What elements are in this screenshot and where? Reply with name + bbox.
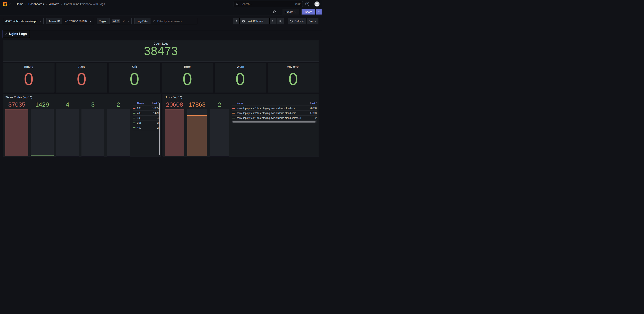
bar-fill xyxy=(210,156,229,156)
legend-color-pill xyxy=(133,123,136,123)
row-header-nginx-logs[interactable]: Nginx Logs xyxy=(2,30,30,38)
legend-series-value: 20608 xyxy=(310,107,317,110)
legend-color-pill xyxy=(133,108,136,109)
legend-scrollbar[interactable] xyxy=(159,103,160,155)
legend-value-header[interactable]: Last * xyxy=(310,102,317,105)
grafana-logo-icon[interactable] xyxy=(2,1,8,7)
legend-name-header[interactable]: Name xyxy=(137,102,144,105)
legend-series-name[interactable]: 200 xyxy=(137,107,150,110)
breadcrumb-separator: › xyxy=(26,2,26,5)
breadcrumb-separator: › xyxy=(61,2,62,5)
panel-title[interactable]: Warn xyxy=(237,65,244,68)
share-button[interactable]: Share xyxy=(302,9,316,15)
search-placeholder: Search... xyxy=(240,2,294,6)
panel-title[interactable]: Error xyxy=(184,65,191,68)
legend-series-name[interactable]: www.deploy-test-1.test.staging.aws.walla… xyxy=(237,107,308,110)
favorite-star-icon[interactable] xyxy=(272,10,276,14)
breadcrumb-home[interactable]: Home xyxy=(16,2,23,6)
legend-header: NameLast * xyxy=(232,101,317,106)
region-dropdown[interactable]: Region All x ✕ xyxy=(96,18,132,24)
panel-title[interactable]: Status Codes (top 10) xyxy=(5,96,159,99)
top-nav: Home › Dashboards › Wallarm › Portal Inl… xyxy=(0,0,322,8)
refresh-button[interactable]: Refresh xyxy=(288,18,307,24)
bar-column: 4 xyxy=(56,101,79,156)
legend-color-pill xyxy=(232,118,235,118)
stat-panels-row: Emerg0Alert0Crit0Error0Warn0Any error0 xyxy=(3,63,319,92)
legend-value-header[interactable]: Last * xyxy=(152,102,159,105)
app-variable-dropdown[interactable]: d0001ainboxatestmailaapp xyxy=(3,18,44,24)
panel-title[interactable]: Hosts (top 10) xyxy=(165,96,317,99)
legend-color-pill xyxy=(232,108,235,109)
bar-column: 37035 xyxy=(5,101,28,156)
bar-track xyxy=(107,109,130,156)
panel-title[interactable]: Alert xyxy=(78,65,85,68)
region-clear-icon[interactable]: ✕ xyxy=(122,20,125,23)
time-range-picker-button[interactable]: Last 12 hours xyxy=(240,18,270,24)
stat-panel-alert: Alert0 xyxy=(56,63,108,92)
user-avatar[interactable] xyxy=(314,1,320,6)
legend-color-pill xyxy=(133,127,136,128)
hosts-panel: Hosts (top 10) 20608178632 NameLast *www… xyxy=(162,94,319,156)
stat-panel-emerg: Emerg0 xyxy=(3,63,54,92)
divider xyxy=(312,2,312,6)
tenant-id-label: Tenant ID xyxy=(46,18,62,24)
refresh-interval-dropdown[interactable]: 5m xyxy=(306,18,319,24)
legend-series-name[interactable]: www.deploy-test-1.test.staging.aws.walla… xyxy=(237,117,314,119)
bar-column: 3 xyxy=(82,101,104,156)
legend-horizontal-scrollbar[interactable] xyxy=(232,121,317,123)
stat-value: 0 xyxy=(77,70,86,87)
chevron-down-icon[interactable] xyxy=(8,3,11,5)
chevron-down-icon xyxy=(265,20,267,22)
legend-series-name[interactable]: 400 xyxy=(137,126,156,129)
stat-value: 0 xyxy=(182,70,192,87)
export-button[interactable]: Export xyxy=(282,9,299,15)
legend-series-value: 4 xyxy=(157,117,159,119)
section-title: Nginx Logs xyxy=(9,32,27,36)
legend-color-pill xyxy=(133,113,136,113)
logs-filter-input[interactable]: Filter by label values xyxy=(150,18,197,24)
time-zoom-out-button[interactable] xyxy=(276,18,284,24)
search-input[interactable]: Search... ⌘+k xyxy=(234,1,303,7)
refresh-icon xyxy=(290,20,293,23)
legend-name-header[interactable]: Name xyxy=(237,102,244,105)
breadcrumb-dashboards[interactable]: Dashboards xyxy=(28,2,44,6)
chevron-down-icon xyxy=(4,33,7,35)
legend-color-pill xyxy=(133,118,136,118)
scrollbar-thumb[interactable] xyxy=(232,121,316,123)
breadcrumb: Home › Dashboards › Wallarm › Portal Inl… xyxy=(16,2,105,6)
dashboard-grid: Count Logs 38473 Emerg0Alert0Crit0Error0… xyxy=(0,40,322,156)
bar-track xyxy=(187,109,207,156)
tenant-id-dropdown[interactable]: Tenant ID st-107263-1581634 xyxy=(46,18,94,24)
bar-chart: 20608178632 xyxy=(165,101,229,156)
grafana-logo-menu[interactable] xyxy=(2,1,11,7)
legend-series-name[interactable]: www.deploy-test-2.test.staging.aws.walla… xyxy=(237,112,308,115)
region-chip-remove-icon[interactable]: x xyxy=(117,20,118,22)
stat-panel-error: Error0 xyxy=(162,63,213,92)
panel-title[interactable]: Crit xyxy=(132,65,137,68)
dashboard-filter-bar: d0001ainboxatestmailaapp Tenant ID st-10… xyxy=(0,16,322,26)
breadcrumb-current-page: Portal Inline Overview with Logs xyxy=(64,2,105,6)
panel-title[interactable]: Any error xyxy=(287,65,300,68)
bar-column: 1429 xyxy=(31,101,54,156)
breadcrumb-separator: › xyxy=(46,2,47,5)
help-icon[interactable]: ? xyxy=(305,2,309,6)
logs-filter-label: LogsFilter xyxy=(134,18,150,24)
legend-table: NameLast *www.deploy-test-1.test.staging… xyxy=(232,101,317,156)
dashboard-actions-bar: Export Share xyxy=(0,8,322,16)
share-dropdown-button[interactable] xyxy=(316,9,322,15)
bar-track xyxy=(210,109,229,156)
region-chip[interactable]: All x xyxy=(112,19,120,23)
legend-series-name[interactable]: 301 xyxy=(137,121,156,124)
bar-track xyxy=(56,109,79,156)
legend-series-name[interactable]: 499 xyxy=(137,117,156,119)
legend-row: 4031429 xyxy=(133,111,159,116)
legend-series-name[interactable]: 403 xyxy=(137,112,152,115)
app-variable-value: d0001ainboxatestmailaapp xyxy=(5,20,37,23)
stat-panel-crit: Crit0 xyxy=(109,63,160,92)
time-shift-back-button[interactable] xyxy=(233,18,240,24)
breadcrumb-wallarm[interactable]: Wallarm xyxy=(49,2,59,6)
chevron-down-icon xyxy=(314,20,316,22)
panel-title[interactable]: Emerg xyxy=(24,65,33,68)
time-shift-forward-button[interactable] xyxy=(270,18,276,24)
legend-table: NameLast *200370354031429499430134002 xyxy=(133,101,159,156)
